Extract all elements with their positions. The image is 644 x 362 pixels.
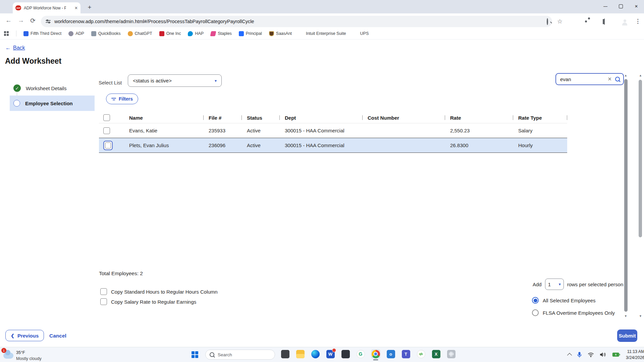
lens-search-icon[interactable] [547, 19, 548, 25]
scroll-up-icon[interactable]: ▲ [623, 74, 628, 77]
content-scrollbar[interactable]: ▲ ▼ [623, 73, 628, 318]
header-rate[interactable]: Rate [445, 112, 513, 123]
speaker-icon[interactable] [600, 352, 606, 357]
header-select-all[interactable] [99, 112, 124, 123]
header-name[interactable]: Name [124, 112, 204, 123]
taskbar-grammarly[interactable]: G [356, 349, 365, 359]
back-link[interactable]: ← Back [5, 45, 25, 51]
select-all-checkbox[interactable] [103, 114, 110, 121]
step-label: Worksheet Details [26, 85, 66, 91]
previous-button[interactable]: ❮ Previous [5, 330, 44, 341]
table-row-highlighted[interactable]: Plets, Evan Julius 236096 Active 300015 … [99, 138, 567, 153]
browser-tab[interactable]: ADP ADP Workforce Now - Payroll D ✕ [13, 2, 80, 13]
header-dept[interactable]: Dept [280, 112, 363, 123]
apps-grid-icon[interactable] [4, 31, 9, 36]
flsa-overtime-option[interactable]: FLSA Overtime Employees Only [532, 309, 615, 316]
scroll-down-icon[interactable]: ▼ [623, 314, 628, 318]
taskbar-excel[interactable]: X [431, 349, 441, 359]
site-settings-icon[interactable] [46, 20, 51, 23]
bookmark-ups[interactable]: UPS [353, 31, 369, 36]
scroll-up-icon[interactable]: ▲ [638, 74, 643, 77]
taskbar-apps-grid[interactable] [446, 349, 456, 359]
copy-salary-rate-option[interactable]: Copy Salary Rate to Regular Earnings [100, 298, 196, 305]
copy-salary-rate-checkbox[interactable] [100, 298, 107, 305]
scrollbar-thumb[interactable] [624, 79, 628, 312]
row-select-cell[interactable] [99, 123, 124, 138]
taskbar-app-dark[interactable] [280, 349, 290, 359]
table-row[interactable]: Evans, Katie 235933 Active 300015 - HAA … [99, 123, 567, 138]
row-checkbox[interactable] [105, 142, 111, 148]
browser-menu-icon[interactable]: ⋮ [635, 18, 641, 25]
cancel-link[interactable]: Cancel [49, 333, 66, 339]
submit-button[interactable]: Submit [617, 329, 637, 342]
step-label: Employee Selection [25, 101, 73, 106]
browser-reload-icon[interactable]: ⟳ [30, 17, 36, 24]
bookmark-chatgpt[interactable]: ChatGPT [128, 31, 152, 36]
filters-button[interactable]: Filters [106, 94, 138, 104]
bookmark-favicon [68, 31, 73, 36]
taskbar-file-explorer[interactable] [296, 349, 305, 359]
bookmark-principal[interactable]: Principal [239, 31, 262, 36]
all-selected-employees-radio[interactable] [532, 297, 539, 304]
select-list-dropdown[interactable]: <status is active> ▾ [128, 74, 222, 87]
bookmark-intuit[interactable]: Intuit Enterprise Suite [299, 31, 346, 36]
bookmark-star-icon[interactable]: ☆ [557, 18, 562, 25]
bookmark-staples[interactable]: Staples [211, 31, 232, 36]
excel-icon: X [432, 350, 440, 358]
scroll-down-icon[interactable]: ▼ [638, 314, 643, 318]
browser-forward-icon[interactable]: → [18, 17, 24, 24]
tab-close-icon[interactable]: ✕ [74, 6, 78, 10]
header-rate-type[interactable]: Rate Type [513, 112, 567, 123]
taskbar-chrome-active[interactable] [371, 349, 380, 359]
start-button[interactable] [192, 351, 199, 359]
file-explorer-icon [296, 350, 305, 358]
taskbar-clock[interactable]: 11:13 AM 3/24/2026 [626, 349, 644, 361]
microphone-icon[interactable] [577, 352, 582, 358]
copy-standard-hours-checkbox[interactable] [100, 288, 107, 295]
search-icon[interactable] [615, 77, 620, 81]
bookmark-quickbooks[interactable]: QuickBooks [91, 31, 121, 36]
rows-count-dropdown[interactable]: 1 ▾ [545, 279, 564, 290]
taskbar-outlook[interactable]: o [386, 349, 395, 359]
copy-standard-hours-option[interactable]: Copy Standard Hours to Regular Hours Col… [100, 288, 218, 295]
taskbar-edge[interactable] [311, 349, 320, 359]
notification-badge: 1 [1, 348, 6, 353]
page-scrollbar[interactable]: ▲ ▼ [638, 73, 643, 318]
row-select-cell[interactable] [99, 138, 124, 153]
step-employee-selection[interactable]: Employee Selection [10, 96, 95, 111]
taskbar-app-5[interactable] [341, 349, 350, 359]
maximize-button[interactable] [613, 0, 629, 13]
dark-app-icon [341, 350, 350, 358]
battery-icon[interactable] [612, 352, 620, 357]
minimize-button[interactable]: — [598, 0, 613, 13]
browser-panel-icon[interactable] [604, 19, 605, 25]
header-cost-number[interactable]: Cost Number [363, 112, 445, 123]
weather-widget[interactable]: 1 35°F Mostly cloudy [3, 349, 42, 362]
bookmark-saasant[interactable]: SaasAnt [269, 31, 292, 36]
new-tab-button[interactable]: + [85, 3, 94, 12]
browser-back-icon[interactable]: ← [5, 17, 12, 24]
scrollbar-thumb[interactable] [639, 80, 642, 237]
wifi-icon[interactable] [588, 352, 594, 357]
bookmark-fifth-third[interactable]: Fifth Third Direct [23, 31, 61, 36]
all-selected-employees-option[interactable]: All Selected Employees [532, 297, 596, 304]
bookmark-one-inc[interactable]: One Inc [159, 31, 181, 36]
window-close-button[interactable]: ✕ [629, 0, 644, 13]
clear-search-icon[interactable]: ✕ [607, 76, 612, 82]
header-status[interactable]: Status [242, 112, 280, 123]
bookmark-hap[interactable]: HAP [188, 31, 204, 36]
url-bar[interactable]: workforcenow.adp.com/theme/admin.html#/P… [41, 16, 552, 27]
step-worksheet-details[interactable]: ✓ Worksheet Details [10, 84, 95, 92]
row-checkbox[interactable] [103, 127, 110, 134]
url-text[interactable]: workforcenow.adp.com/theme/admin.html#/P… [54, 19, 254, 24]
taskbar-search[interactable]: Search [205, 350, 275, 360]
bookmark-adp[interactable]: ADP [68, 31, 84, 36]
employee-search-input[interactable]: evan ✕ [555, 73, 624, 85]
taskbar-word[interactable]: W [326, 349, 335, 359]
header-file[interactable]: File # [204, 112, 242, 123]
flsa-overtime-radio[interactable] [532, 309, 539, 316]
tray-chevron-icon[interactable] [567, 353, 572, 358]
taskbar-quickbooks[interactable]: qb [416, 349, 426, 359]
taskbar-teams[interactable]: T [401, 349, 411, 359]
bookmark-favicon [299, 31, 304, 36]
